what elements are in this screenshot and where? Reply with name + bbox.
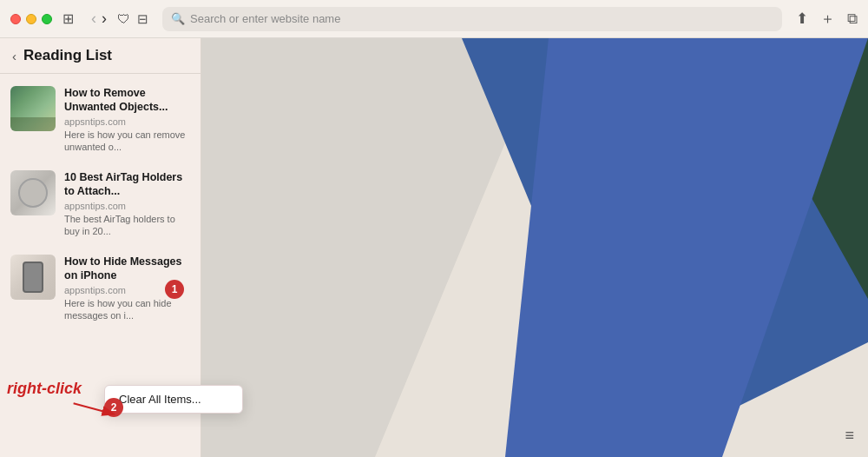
tabs-overview-icon[interactable]: ⧉ [847,10,858,28]
fullscreen-button[interactable] [42,14,52,24]
search-placeholder-text: Search or enter website name [190,12,340,25]
back-nav-button[interactable]: ‹ [91,10,96,28]
search-bar[interactable]: 🔍 Search or enter website name [162,7,782,31]
security-icons: 🛡 ⊟ [117,11,148,27]
item-domain-2: appsntips.com [64,201,190,211]
clear-all-items-button[interactable]: Clear All Items... [105,386,242,413]
item-title-3: How to Hide Messages on iPhone [64,255,190,283]
item-domain-3: appsntips.com [64,285,190,295]
search-icon: 🔍 [171,12,185,25]
forward-nav-button[interactable]: › [102,10,107,28]
minimize-button[interactable] [26,14,36,24]
item-domain-1: appsntips.com [64,116,190,127]
share-icon[interactable]: ⬆ [796,10,808,28]
sidebar-back-button[interactable]: ‹ [12,49,16,63]
title-bar: ⊞ ‹ › 🛡 ⊟ 🔍 Search or enter website name… [0,0,868,38]
item-thumbnail-3 [10,255,56,300]
bitwarden-icon: ⊟ [137,11,148,27]
item-thumbnail-2 [10,170,56,215]
item-desc-2: The best AirTag holders to buy in 20... [64,213,190,238]
item-info-2: 10 Best AirTag Holders to Attach... apps… [64,170,190,237]
browser-content: ≡ [201,38,868,457]
item-thumbnail-1 [10,86,56,131]
item-desc-3: Here is how you can hide messages on i..… [64,297,190,322]
item-desc-1: Here is how you can remove unwanted o... [64,129,190,154]
shield-icon: 🛡 [117,11,130,27]
main-content: ‹ Reading List How to Remove Unwanted Ob… [0,38,868,457]
sidebar-header: ‹ Reading List [0,38,201,74]
close-button[interactable] [10,14,21,24]
geometric-background [201,38,868,457]
list-item[interactable]: How to Hide Messages on iPhone appsntips… [0,246,201,330]
item-info-1: How to Remove Unwanted Objects... appsnt… [64,86,190,153]
toolbar-right: ⬆ ＋ ⧉ [796,9,858,29]
new-tab-icon[interactable]: ＋ [820,9,835,29]
list-item[interactable]: How to Remove Unwanted Objects... appsnt… [0,77,201,162]
display-settings-icon[interactable]: ≡ [845,427,854,445]
sidebar-title: Reading List [23,47,112,64]
nav-buttons: ‹ › [91,10,107,28]
item-title-2: 10 Best AirTag Holders to Attach... [64,170,190,199]
item-title-1: How to Remove Unwanted Objects... [64,86,190,115]
item-info-3: How to Hide Messages on iPhone appsntips… [64,255,190,321]
sidebar-toggle-icon[interactable]: ⊞ [62,10,74,27]
traffic-lights [10,14,52,24]
context-menu: Clear All Items... [104,385,243,414]
list-item[interactable]: 10 Best AirTag Holders to Attach... apps… [0,162,201,246]
sidebar: ‹ Reading List How to Remove Unwanted Ob… [0,38,201,457]
